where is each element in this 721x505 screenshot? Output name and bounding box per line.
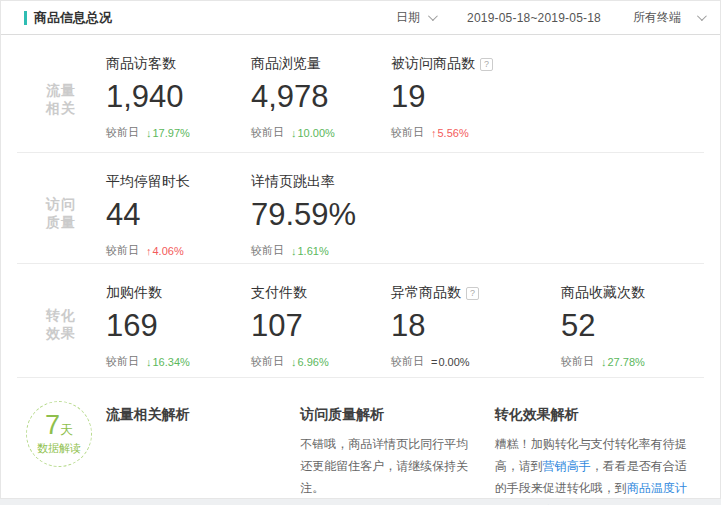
- date-type-dropdown[interactable]: 日期: [396, 9, 435, 26]
- date-type-label: 日期: [396, 9, 420, 26]
- trend-up-icon: ↑: [431, 127, 437, 139]
- compare-label: 较前日: [106, 125, 139, 140]
- compare-label: 较前日: [251, 243, 284, 258]
- metric-value: 4,978: [251, 80, 391, 114]
- metric-value: 19: [391, 80, 561, 114]
- metric-label: 加购件数: [106, 284, 162, 302]
- insight-heading: 访问质量解析: [300, 406, 479, 424]
- metric-label: 支付件数: [251, 284, 307, 302]
- trend-down-icon: ↓: [291, 245, 297, 257]
- trend-flat-icon: =: [431, 356, 437, 368]
- change-percent: 0.00%: [438, 356, 469, 368]
- compare-label: 较前日: [106, 354, 139, 369]
- trend-up-icon: ↑: [146, 245, 152, 257]
- compare-label: 较前日: [251, 125, 284, 140]
- trend-down-icon: ↓: [601, 356, 607, 368]
- change-percent: 1.61%: [298, 245, 329, 257]
- change-percent: 5.56%: [438, 127, 469, 139]
- insight-body: 不错哦，商品详情页比同行平均还更能留住客户，请继续保持关注。: [300, 433, 479, 500]
- metric-value: 44: [106, 198, 251, 232]
- change-percent: 17.97%: [153, 127, 190, 139]
- badge-caption: 数据解读: [37, 441, 81, 456]
- metric-label: 平均停留时长: [106, 173, 190, 191]
- change-percent: 6.96%: [298, 356, 329, 368]
- accent-bar: [24, 11, 27, 25]
- metric-label: 被访问商品数: [391, 55, 475, 73]
- metric-detail-bounce-rate: 详情页跳出率 79.59% 较前日 ↓1.61%: [251, 153, 391, 263]
- change-percent: 10.00%: [298, 127, 335, 139]
- group-label-quality: 访问 质量: [1, 153, 106, 263]
- metric-row-quality: 访问 质量 平均停留时长 44 较前日 ↑4.06% 详情页跳出率 79.59%…: [1, 153, 720, 263]
- badge-number: 7: [45, 410, 60, 440]
- compare-label: 较前日: [251, 354, 284, 369]
- change-percent: 27.78%: [608, 356, 645, 368]
- trend-down-icon: ↓: [146, 127, 152, 139]
- header-controls: 日期 2019-05-18~2019-05-18 所有终端: [396, 9, 704, 26]
- metric-value: 52: [561, 309, 645, 343]
- insight-heading: 转化效果解析: [495, 406, 698, 424]
- metric-label: 异常商品数: [391, 284, 461, 302]
- change-percent: 16.34%: [153, 356, 190, 368]
- metric-product-visitors: 商品访客数 1,940 较前日 ↓17.97%: [106, 35, 251, 152]
- terminal-dropdown[interactable]: 所有终端: [633, 9, 704, 26]
- page-title: 商品信息总况: [34, 9, 112, 27]
- chevron-down-icon: [697, 11, 707, 21]
- product-thermometer-link[interactable]: 商品温度计: [627, 481, 687, 495]
- insight-section: 7天 数据解读 流量相关解析 访问质量解析 不错哦，商品详情页比同行平均还更能留…: [1, 378, 720, 502]
- title-wrap: 商品信息总况: [24, 9, 112, 27]
- metric-product-pageviews: 商品浏览量 4,978 较前日 ↓10.00%: [251, 35, 391, 152]
- metric-label: 详情页跳出率: [251, 173, 335, 191]
- compare-label: 较前日: [561, 354, 594, 369]
- date-range-picker[interactable]: 2019-05-18~2019-05-18: [467, 11, 601, 25]
- metric-value: 169: [106, 309, 251, 343]
- metric-row-traffic: 流量 相关 商品访客数 1,940 较前日 ↓17.97% 商品浏览量 4,97…: [1, 35, 720, 152]
- help-icon[interactable]: ?: [466, 287, 479, 300]
- metric-value: 79.59%: [251, 198, 391, 232]
- metric-value: 1,940: [106, 80, 251, 114]
- help-icon[interactable]: ?: [480, 58, 493, 71]
- marketing-master-link[interactable]: 营销高手: [543, 459, 591, 473]
- group-label-traffic: 流量 相关: [1, 35, 106, 152]
- seven-day-insight-badge: 7天 数据解读: [26, 401, 92, 467]
- trend-down-icon: ↓: [291, 127, 297, 139]
- compare-label: 较前日: [391, 354, 424, 369]
- compare-label: 较前日: [391, 125, 424, 140]
- insight-quality: 访问质量解析 不错哦，商品详情页比同行平均还更能留住客户，请继续保持关注。: [300, 378, 494, 502]
- insight-traffic: 流量相关解析: [106, 378, 300, 502]
- metric-abnormal-products: 异常商品数 ? 18 较前日 =0.00%: [391, 264, 561, 377]
- trend-down-icon: ↓: [146, 356, 152, 368]
- insight-body: 糟糕！加购转化与支付转化率有待提高，请到营销高手，看看是否有合适的手段来促进转化…: [495, 433, 698, 505]
- metric-value: 107: [251, 309, 391, 343]
- compare-label: 较前日: [106, 243, 139, 258]
- metric-label: 商品收藏次数: [561, 284, 645, 302]
- change-percent: 4.06%: [153, 245, 184, 257]
- product-overview-card: 商品信息总况 日期 2019-05-18~2019-05-18 所有终端 流量 …: [0, 0, 721, 499]
- insight-badge-wrap: 7天 数据解读: [1, 378, 106, 502]
- metric-label: 商品浏览量: [251, 55, 321, 73]
- terminal-label: 所有终端: [633, 9, 681, 26]
- metric-value: 18: [391, 309, 561, 343]
- trend-down-icon: ↓: [291, 356, 297, 368]
- header-bar: 商品信息总况 日期 2019-05-18~2019-05-18 所有终端: [1, 1, 720, 35]
- metric-avg-stay-duration: 平均停留时长 44 较前日 ↑4.06%: [106, 153, 251, 263]
- metric-cart-add-items: 加购件数 169 较前日 ↓16.34%: [106, 264, 251, 377]
- insight-conversion: 转化效果解析 糟糕！加购转化与支付转化率有待提高，请到营销高手，看看是否有合适的…: [495, 378, 720, 502]
- badge-unit: 天: [60, 422, 73, 437]
- chevron-down-icon: [428, 11, 438, 21]
- insight-heading: 流量相关解析: [106, 406, 285, 424]
- metric-label: 商品访客数: [106, 55, 176, 73]
- group-label-conversion: 转化 效果: [1, 264, 106, 377]
- metric-visited-products: 被访问商品数 ? 19 较前日 ↑5.56%: [391, 35, 561, 152]
- metric-row-conversion: 转化 效果 加购件数 169 较前日 ↓16.34% 支付件数 107 较前日 …: [1, 264, 720, 377]
- metric-paid-items: 支付件数 107 较前日 ↓6.96%: [251, 264, 391, 377]
- metric-favorites-count: 商品收藏次数 52 较前日 ↓27.78%: [561, 264, 645, 377]
